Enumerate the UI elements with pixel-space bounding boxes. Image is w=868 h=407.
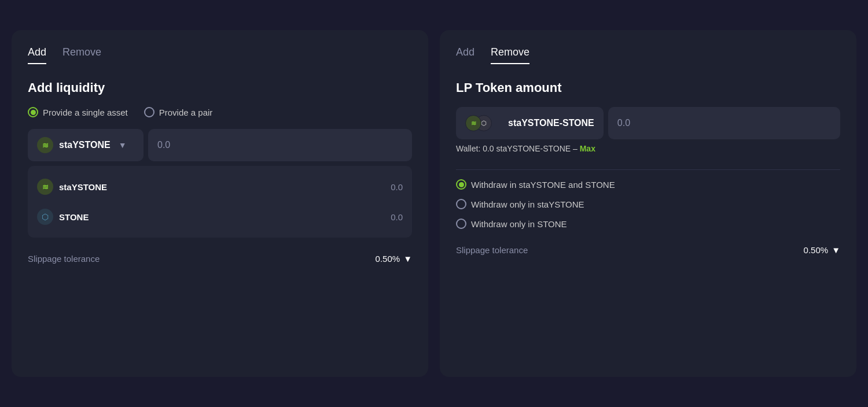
wallet-row: Wallet: 0.0 staYSTONE-STONE – Max <box>456 144 840 153</box>
dropdown-stone[interactable]: ⬡ STONE 0.0 <box>28 202 412 232</box>
token-dropdown: ≋ staYSTONE 0.0 ⬡ STONE 0.0 <box>28 166 412 238</box>
right-slippage-row: Slippage tolerance 0.50% ▼ <box>456 245 840 255</box>
left-tabs: Add Remove <box>28 46 412 64</box>
dropdown-stone-icon: ⬡ <box>37 209 53 225</box>
dropdown-staystone-left: ≋ staYSTONE <box>37 179 107 195</box>
withdraw-staystone-radio[interactable] <box>456 199 466 209</box>
left-slippage-chevron-icon: ▼ <box>403 254 412 264</box>
pair-label: Provide a pair <box>159 108 213 117</box>
single-asset-option[interactable]: Provide a single asset <box>28 107 128 117</box>
withdraw-stone-radio[interactable] <box>456 219 466 229</box>
dropdown-stone-name: STONE <box>59 212 89 222</box>
pair-option[interactable]: Provide a pair <box>144 107 213 117</box>
withdraw-options: Withdraw in staYSTONE and STONE Withdraw… <box>456 179 840 229</box>
token-selector[interactable]: ≋ staYSTONE ▼ <box>28 129 144 161</box>
right-tab-remove[interactable]: Remove <box>491 46 529 64</box>
dropdown-staystone-name: staYSTONE <box>59 182 107 192</box>
token-pair-selector[interactable]: ≋ ⬡ staYSTONE-STONE <box>456 107 604 139</box>
chevron-down-icon: ▼ <box>119 140 127 150</box>
token-pair-name: staYSTONE-STONE <box>508 118 594 128</box>
left-token-input-row: ≋ staYSTONE ▼ 0.0 <box>28 129 412 161</box>
left-tab-remove[interactable]: Remove <box>62 46 101 64</box>
dropdown-staystone[interactable]: ≋ staYSTONE 0.0 <box>28 172 412 202</box>
dropdown-staystone-icon: ≋ <box>37 179 53 195</box>
left-slippage-selector[interactable]: 0.50% ▼ <box>376 254 412 264</box>
left-amount-input[interactable]: 0.0 <box>148 129 412 161</box>
withdraw-both-radio[interactable] <box>456 179 466 190</box>
right-token-input-row: ≋ ⬡ staYSTONE-STONE 0.0 <box>456 107 840 139</box>
dropdown-staystone-value: 0.0 <box>391 182 403 192</box>
withdraw-both-label: Withdraw in staYSTONE and STONE <box>471 180 615 190</box>
staystone-pair-icon: ≋ <box>465 115 481 131</box>
right-slippage-value: 0.50% <box>804 245 829 255</box>
right-slippage-label: Slippage tolerance <box>456 245 528 255</box>
right-slippage-selector[interactable]: 0.50% ▼ <box>804 245 840 255</box>
token-selector-name: staYSTONE <box>59 140 111 150</box>
right-panel: Add Remove LP Token amount ≋ ⬡ staYSTONE… <box>440 30 856 377</box>
staystone-icon: ≋ <box>37 137 53 153</box>
withdraw-both-option[interactable]: Withdraw in staYSTONE and STONE <box>456 179 840 190</box>
withdraw-stone-option[interactable]: Withdraw only in STONE <box>456 219 840 229</box>
withdraw-staystone-label: Withdraw only in staYSTONE <box>471 199 584 209</box>
left-panel: Add Remove Add liquidity Provide a singl… <box>12 30 428 377</box>
right-slippage-chevron-icon: ▼ <box>832 245 840 255</box>
pair-icons: ≋ ⬡ <box>465 115 491 131</box>
right-amount-input[interactable]: 0.0 <box>608 107 840 139</box>
withdraw-stone-label: Withdraw only in STONE <box>471 219 567 229</box>
dropdown-stone-value: 0.0 <box>391 212 403 222</box>
single-asset-label: Provide a single asset <box>43 108 128 117</box>
provide-radio-group: Provide a single asset Provide a pair <box>28 107 412 117</box>
wallet-max-button[interactable]: Max <box>580 144 595 153</box>
left-slippage-row: Slippage tolerance 0.50% ▼ <box>28 254 412 264</box>
left-slippage-label: Slippage tolerance <box>28 254 100 264</box>
wallet-balance-text: Wallet: 0.0 staYSTONE-STONE – <box>456 144 578 153</box>
dropdown-stone-left: ⬡ STONE <box>37 209 89 225</box>
single-asset-radio[interactable] <box>28 107 38 117</box>
right-tab-add[interactable]: Add <box>456 46 475 64</box>
left-tab-add[interactable]: Add <box>28 46 46 64</box>
left-panel-title: Add liquidity <box>28 80 412 95</box>
left-amount-value: 0.0 <box>157 140 170 150</box>
right-panel-title: LP Token amount <box>456 80 840 95</box>
divider <box>456 169 840 170</box>
withdraw-staystone-option[interactable]: Withdraw only in staYSTONE <box>456 199 840 209</box>
pair-radio[interactable] <box>144 107 155 117</box>
right-amount-value: 0.0 <box>617 118 630 128</box>
right-tabs: Add Remove <box>456 46 840 64</box>
left-slippage-value: 0.50% <box>376 254 400 264</box>
